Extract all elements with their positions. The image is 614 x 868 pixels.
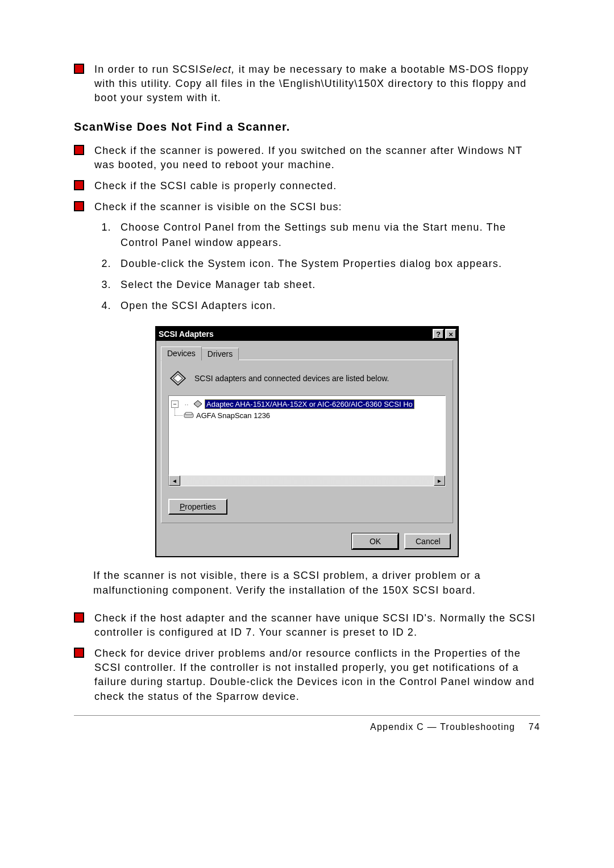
tab-label: Drivers (208, 349, 233, 358)
page-footer: Appendix C — Troubleshooting 74 (74, 722, 540, 732)
tab-devices[interactable]: Devices (161, 347, 202, 361)
step-item: Choose Control Panel from the Settings s… (115, 220, 540, 251)
square-bullet-icon (74, 145, 84, 155)
bullet-item: Check for device driver problems and/or … (74, 646, 540, 704)
accel-char: P (180, 502, 185, 511)
collapse-icon[interactable]: − (171, 400, 179, 408)
help-icon: ? (436, 331, 441, 338)
post-image-text: If the scanner is not visible, there is … (93, 569, 540, 597)
steps-list: Choose Control Panel from the Settings s… (115, 220, 540, 314)
svg-rect-4 (185, 412, 192, 415)
tab-label: Devices (167, 349, 196, 358)
tree-connector-icon: ·· (181, 400, 192, 408)
bullet-text: In order to run SCSISelect, it may be ne… (94, 62, 540, 106)
step-item: Open the SCSI Adapters icon. (115, 298, 540, 314)
step-item: Select the Device Manager tab sheet. (115, 277, 540, 293)
bullet-text: Check if the SCSI cable is properly conn… (94, 179, 540, 193)
titlebar: SCSI Adapters ? × (156, 327, 458, 341)
chevron-left-icon: ◄ (172, 478, 177, 484)
text-italic: Select, (199, 64, 235, 75)
bullet-item: Check if the scanner is visible on the S… (74, 200, 540, 319)
bullet-item: Check if the SCSI cable is properly conn… (74, 179, 540, 193)
square-bullet-icon (74, 64, 84, 74)
tree-root-label: Adaptec AHA-151X/AHA-152X or AIC-6260/AI… (205, 399, 414, 409)
square-bullet-icon (74, 201, 84, 211)
section-heading: ScanWise Does Not Find a Scanner. (74, 120, 540, 133)
close-icon: × (449, 331, 453, 338)
square-bullet-icon (74, 612, 84, 623)
window-title: SCSI Adapters (159, 329, 432, 339)
bullet-text: Check if the host adapter and the scanne… (94, 611, 540, 640)
page-number: 74 (529, 722, 540, 732)
button-label: Cancel (416, 537, 441, 546)
footer-rule (74, 715, 540, 716)
ok-button[interactable]: OK (352, 533, 399, 549)
tab-panel-devices: SCSI adapters and connected devices are … (161, 360, 453, 523)
square-bullet-icon (74, 180, 84, 190)
dialog-footer: OK Cancel (156, 528, 458, 556)
bullet-item: Check if the scanner is powered. If you … (74, 144, 540, 172)
bullet-item: In order to run SCSISelect, it may be ne… (74, 62, 540, 106)
help-button[interactable]: ? (433, 329, 444, 339)
scroll-track[interactable] (180, 475, 434, 486)
tree-child-row[interactable]: AGFA SnapScan 1236 (171, 410, 444, 421)
button-label-rest: roperties (185, 502, 215, 511)
close-button[interactable]: × (445, 329, 457, 339)
chevron-right-icon: ► (437, 478, 442, 484)
tree-root-row[interactable]: − ·· Adaptec AHA-151X/AHA-152X or AIC-62… (171, 398, 444, 410)
bullet-item: Check if the host adapter and the scanne… (74, 611, 540, 640)
bullet-text: Check if the scanner is visible on the S… (94, 200, 540, 319)
svg-marker-2 (194, 400, 202, 407)
scanner-device-icon (184, 412, 194, 419)
step-item: Double-click the System icon. The System… (115, 256, 540, 272)
properties-button[interactable]: Properties (168, 499, 227, 515)
scsi-adapter-icon (168, 370, 188, 386)
device-tree[interactable]: − ·· Adaptec AHA-151X/AHA-152X or AIC-62… (168, 395, 446, 475)
bullet-text: Check for device driver problems and/or … (94, 646, 540, 704)
scroll-left-button[interactable]: ◄ (169, 475, 180, 486)
tab-strip: Devices Drivers (161, 347, 453, 360)
horizontal-scrollbar[interactable]: ◄ ► (168, 475, 446, 486)
scroll-right-button[interactable]: ► (434, 475, 445, 486)
square-bullet-icon (74, 648, 84, 658)
cancel-button[interactable]: Cancel (404, 533, 451, 549)
scsi-adapters-dialog: SCSI Adapters ? × Devices Drivers (155, 326, 459, 557)
scsi-adapter-icon (193, 400, 202, 408)
footer-label: Appendix C — Troubleshooting (370, 722, 515, 732)
bullet-text: Check if the scanner is powered. If you … (94, 144, 540, 172)
tab-drivers[interactable]: Drivers (201, 348, 239, 360)
button-label: OK (370, 537, 381, 546)
dialog-screenshot: SCSI Adapters ? × Devices Drivers (74, 326, 540, 557)
text-part: In order to run SCSI (94, 64, 199, 75)
tree-child-label: AGFA SnapScan 1236 (196, 411, 270, 420)
bullet-lead: Check if the scanner is visible on the S… (94, 201, 342, 212)
panel-message: SCSI adapters and connected devices are … (194, 374, 389, 383)
